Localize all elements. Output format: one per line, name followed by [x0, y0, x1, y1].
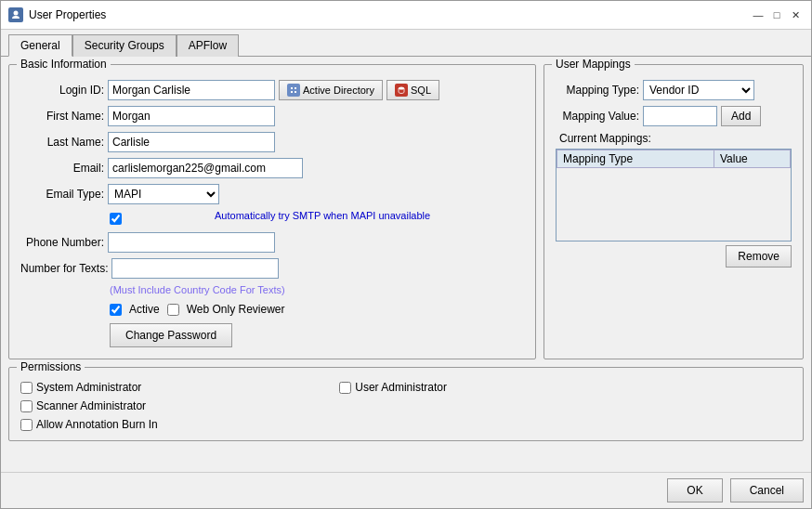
tabs-bar: General Security Groups APFlow	[1, 30, 811, 57]
active-label: Active	[129, 303, 160, 316]
mapping-type-select[interactable]: Vendor ID Employee ID Customer ID	[643, 80, 754, 100]
mapi-checkbox[interactable]	[110, 213, 122, 225]
email-input[interactable]	[108, 158, 303, 178]
login-id-row: Login ID: Active Directory	[20, 80, 524, 100]
window-icon	[8, 7, 23, 22]
active-directory-label: Active Directory	[303, 85, 374, 96]
sql-button[interactable]: SQL	[386, 80, 439, 100]
basic-info-panel: Basic Information Login ID: Active Direc…	[8, 64, 536, 359]
phone-input[interactable]	[108, 232, 275, 253]
email-type-row: Email Type: MAPI SMTP	[20, 184, 524, 204]
email-type-label: Email Type:	[20, 188, 104, 201]
ad-icon	[287, 84, 300, 97]
system-admin-checkbox[interactable]	[20, 382, 33, 394]
cancel-button[interactable]: Cancel	[730, 478, 804, 502]
annotation-checkbox[interactable]	[20, 419, 33, 431]
sql-label: SQL	[411, 85, 431, 96]
perm-system-admin: System Administrator	[20, 381, 321, 394]
system-admin-label: System Administrator	[36, 381, 141, 394]
main-window: User Properties — □ ✕ General Security G…	[0, 0, 812, 509]
svg-rect-4	[295, 91, 296, 93]
perm-user-admin: User Administrator	[339, 381, 609, 394]
last-name-row: Last Name:	[20, 132, 524, 152]
svg-rect-2	[295, 87, 296, 89]
login-id-input[interactable]	[108, 80, 275, 100]
title-bar: User Properties — □ ✕	[1, 1, 811, 30]
phone-label: Phone Number:	[20, 236, 104, 249]
add-mapping-button[interactable]: Add	[721, 106, 761, 126]
permissions-grid: System Administrator User Administrator …	[20, 381, 792, 431]
user-admin-checkbox[interactable]	[339, 382, 351, 394]
current-mappings-label: Current Mappings:	[559, 132, 792, 145]
svg-rect-3	[291, 91, 293, 93]
permissions-title: Permissions	[17, 360, 85, 373]
mapping-value-label: Mapping Value:	[556, 110, 639, 123]
web-only-checkbox[interactable]	[167, 304, 179, 316]
svg-point-5	[399, 87, 404, 90]
table-header-row: Mapping Type Value	[557, 150, 791, 168]
mapping-value-input[interactable]	[643, 106, 717, 126]
email-label: Email:	[20, 162, 104, 175]
user-mappings-panel: User Mappings Mapping Type: Vendor ID Em…	[544, 64, 804, 359]
email-type-select[interactable]: MAPI SMTP	[108, 184, 219, 204]
mappings-table: Mapping Type Value	[557, 150, 791, 168]
tab-security-groups[interactable]: Security Groups	[72, 34, 177, 57]
texts-input[interactable]	[111, 258, 279, 279]
email-row: Email:	[20, 158, 524, 178]
phone-row: Phone Number:	[20, 232, 524, 253]
main-content: Basic Information Login ID: Active Direc…	[1, 57, 811, 472]
col-value: Value	[714, 150, 790, 168]
active-row: Active Web Only Reviewer	[110, 303, 524, 316]
footer-bar: OK Cancel	[1, 472, 811, 508]
scanner-admin-checkbox[interactable]	[20, 400, 33, 412]
minimize-button[interactable]: —	[750, 7, 766, 23]
mappings-table-container: Mapping Type Value	[556, 149, 792, 241]
remove-mapping-button[interactable]: Remove	[726, 245, 792, 268]
user-admin-label: User Administrator	[355, 381, 447, 394]
permissions-panel: Permissions System Administrator User Ad…	[8, 367, 804, 441]
svg-rect-1	[291, 87, 293, 89]
user-mappings-title: User Mappings	[552, 58, 635, 71]
mapi-checkbox-row: Automatically try SMTP when MAPI unavail…	[110, 210, 524, 227]
basic-info-title: Basic Information	[17, 58, 111, 71]
change-password-button[interactable]: Change Password	[110, 323, 232, 347]
mapping-type-label: Mapping Type:	[556, 84, 639, 97]
svg-point-0	[14, 11, 19, 16]
tab-apflow[interactable]: APFlow	[177, 34, 239, 57]
close-button[interactable]: ✕	[787, 7, 804, 23]
mapi-note: Automatically try SMTP when MAPI unavail…	[215, 210, 430, 221]
login-id-label: Login ID:	[20, 84, 104, 97]
perm-scanner-admin: Scanner Administrator	[20, 399, 321, 412]
active-checkbox[interactable]	[110, 304, 122, 316]
active-directory-button[interactable]: Active Directory	[279, 80, 383, 100]
web-only-label: Web Only Reviewer	[187, 303, 285, 316]
annotation-label: Allow Annotation Burn In	[36, 418, 158, 431]
ok-button[interactable]: OK	[667, 478, 722, 502]
col-mapping-type: Mapping Type	[557, 150, 714, 168]
first-name-label: First Name:	[20, 110, 104, 123]
title-controls: — □ ✕	[750, 7, 804, 23]
texts-label: Number for Texts:	[20, 262, 108, 275]
first-name-input[interactable]	[108, 106, 275, 126]
mapping-type-row: Mapping Type: Vendor ID Employee ID Cust…	[556, 80, 792, 100]
perm-annotation: Allow Annotation Burn In	[20, 418, 321, 431]
first-name-row: First Name:	[20, 106, 524, 126]
scanner-admin-label: Scanner Administrator	[36, 399, 146, 412]
maximize-button[interactable]: □	[768, 7, 785, 23]
last-name-input[interactable]	[108, 132, 275, 152]
tab-general[interactable]: General	[8, 34, 72, 57]
last-name-label: Last Name:	[20, 136, 104, 149]
login-id-controls: Active Directory SQL	[108, 80, 439, 100]
top-panels: Basic Information Login ID: Active Direc…	[8, 64, 804, 359]
texts-row: Number for Texts:	[20, 258, 524, 279]
country-note: (Must Include Country Code For Texts)	[110, 284, 524, 295]
mapping-value-row: Mapping Value: Add	[556, 106, 792, 126]
window-title: User Properties	[29, 8, 744, 21]
sql-icon	[395, 84, 408, 97]
